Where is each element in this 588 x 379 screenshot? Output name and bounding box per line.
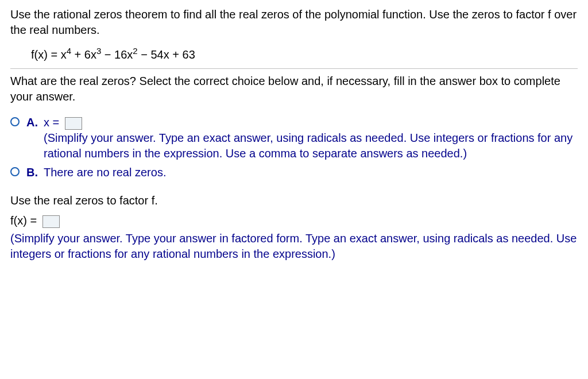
question-2-prompt: Use the real zeros to factor f. xyxy=(10,193,578,208)
question-1-prompt: What are the real zeros? Select the corr… xyxy=(10,74,578,105)
choice-a-hint: (Simplify your answer. Type an exact ans… xyxy=(44,130,578,161)
term3-exp: 2 xyxy=(133,46,137,56)
choice-b-row: B. There are no real zeros. xyxy=(10,165,578,180)
factor-input-line: f(x) = xyxy=(10,213,578,229)
question-2-hint: (Simplify your answer. Type your answer … xyxy=(10,231,578,262)
term3: − 16x xyxy=(101,48,133,61)
fx-label: f(x) = xyxy=(31,48,61,61)
choice-a-row: A. x = (Simplify your answer. Type an ex… xyxy=(10,115,578,161)
choice-b-text: There are no real zeros. xyxy=(44,165,578,180)
radio-a[interactable] xyxy=(10,117,20,126)
term1-exp: 4 xyxy=(67,46,71,56)
answer-input-factored[interactable] xyxy=(42,215,60,228)
choice-b-letter: B. xyxy=(26,165,38,180)
problem-instructions: Use the rational zeros theorem to find a… xyxy=(10,7,578,38)
fx-label-2: f(x) = xyxy=(10,214,40,227)
choice-a-line: x = xyxy=(44,115,578,130)
radio-b[interactable] xyxy=(10,167,20,176)
choice-a-prefix: x = xyxy=(44,116,63,129)
term4: − 54x + 63 xyxy=(138,48,195,61)
choice-a-letter: A. xyxy=(26,115,38,130)
divider xyxy=(10,68,578,69)
answer-input-zeros[interactable] xyxy=(65,117,82,130)
term2: + 6x xyxy=(71,48,96,61)
polynomial-equation: f(x) = x4 + 6x3 − 16x2 − 54x + 63 xyxy=(10,44,578,68)
term1-coef: x xyxy=(61,48,67,61)
